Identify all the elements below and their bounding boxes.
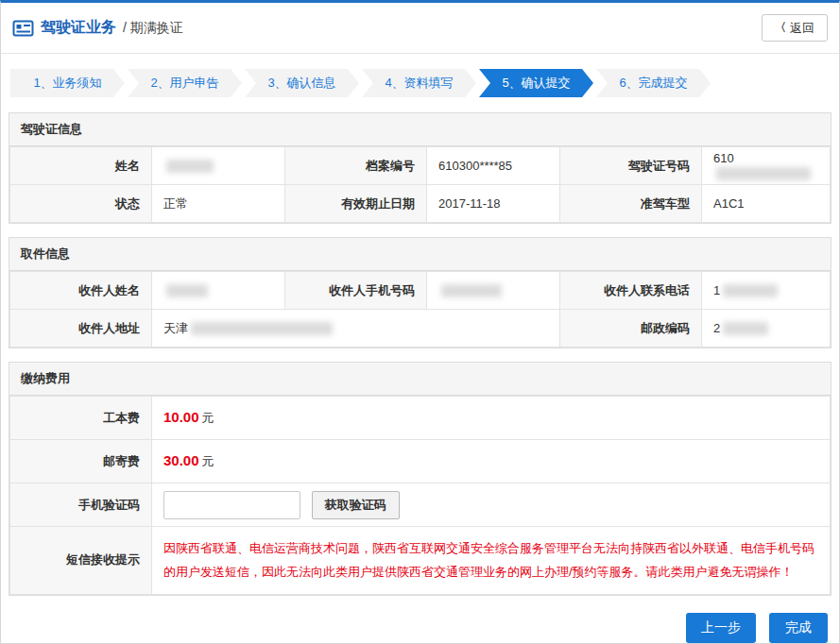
table-row: 短信接收提示 因陕西省联通、电信运营商技术问题，陕西省互联网交通安全综合服务管理…: [10, 527, 831, 595]
get-sms-code-button[interactable]: 获取验证码: [312, 491, 400, 519]
step-tab-1[interactable]: 1、业务须知: [10, 69, 125, 97]
fees-title: 缴纳费用: [9, 363, 831, 396]
address-value: 天津: [152, 310, 560, 347]
postage-fee-label: 邮寄费: [10, 440, 152, 483]
table-row: 手机验证码 获取验证码: [10, 483, 831, 527]
sms-notice-cell: 因陕西省联通、电信运营商技术问题，陕西省互联网交通安全综合服务管理平台无法向持陕…: [152, 527, 831, 595]
sms-code-input[interactable]: [163, 491, 300, 519]
file-number-label: 档案编号: [285, 147, 427, 185]
vehicle-type-label: 准驾车型: [560, 185, 702, 223]
redacted-text: [191, 322, 333, 335]
pickup-info-table: 收件人姓名 收件人手机号码 收件人联系电话 1 收件人地址 天津 邮政编码 2: [9, 271, 831, 347]
back-button[interactable]: 〈 返回: [762, 14, 828, 42]
production-fee-amount: 10.00: [163, 409, 199, 425]
pickup-info-section: 取件信息 收件人姓名 收件人手机号码 收件人联系电话 1 收件人地址 天津 邮政…: [9, 237, 831, 348]
redacted-text: [166, 160, 214, 173]
breadcrumb: 驾驶证业务 / 期满换证: [12, 18, 183, 38]
postage-fee-amount: 30.00: [163, 452, 199, 468]
license-info-table: 姓名 档案编号 610300****85 驾驶证号码 610 状态 正常 有效期…: [9, 146, 831, 223]
postage-fee-value: 30.00元: [152, 440, 831, 483]
step-tab-6[interactable]: 6、完成提交: [596, 69, 711, 97]
production-fee-value: 10.00元: [152, 397, 831, 440]
header: 驾驶证业务 / 期满换证 〈 返回: [1, 3, 839, 54]
step-tab-4[interactable]: 4、资料填写: [362, 69, 476, 97]
back-button-label: 返回: [790, 20, 814, 37]
postcode-label: 邮政编码: [560, 310, 702, 347]
recipient-name-label: 收件人姓名: [10, 272, 152, 310]
postage-fee-unit: 元: [202, 454, 214, 468]
page-title: 驾驶证业务: [41, 18, 116, 38]
expiry-value: 2017-11-18: [427, 185, 560, 223]
file-number-value: 610300****85: [427, 147, 560, 185]
table-row: 工本费 10.00元: [10, 397, 831, 440]
table-row: 状态 正常 有效期止日期 2017-11-18 准驾车型 A1C1: [10, 185, 831, 223]
table-row: 收件人地址 天津 邮政编码 2: [10, 310, 831, 347]
license-card-icon: [12, 20, 34, 37]
redacted-text: [716, 167, 811, 180]
sms-code-cell: 获取验证码: [152, 483, 831, 527]
production-fee-unit: 元: [202, 411, 214, 425]
postcode-value: 2: [702, 310, 831, 347]
status-value: 正常: [152, 185, 285, 223]
table-row: 收件人姓名 收件人手机号码 收件人联系电话 1: [10, 272, 831, 310]
chevron-left-icon: 〈: [775, 20, 786, 36]
license-info-section: 驾驶证信息 姓名 档案编号 610300****85 驾驶证号码 610 状态 …: [9, 112, 831, 224]
address-label: 收件人地址: [10, 310, 152, 347]
name-value: [152, 147, 285, 185]
fees-section: 缴纳费用 工本费 10.00元 邮寄费 30.00元 手机验证码 获取验证码: [9, 362, 831, 596]
step-tab-5-active[interactable]: 5、确认提交: [479, 69, 593, 97]
recipient-phone-label: 收件人联系电话: [560, 272, 702, 310]
recipient-mobile-label: 收件人手机号码: [285, 272, 427, 310]
redacted-text: [166, 284, 208, 297]
step-tab-2[interactable]: 2、用户申告: [128, 69, 242, 97]
sms-notice-text: 因陕西省联通、电信运营商技术问题，陕西省互联网交通安全综合服务管理平台无法向持陕…: [163, 527, 818, 594]
redacted-text: [723, 284, 778, 297]
redacted-text: [441, 284, 502, 297]
finish-button[interactable]: 完成: [769, 613, 828, 643]
sms-code-label: 手机验证码: [10, 483, 152, 527]
recipient-mobile-value: [427, 272, 560, 310]
production-fee-label: 工本费: [10, 397, 152, 440]
action-bar: 上一步 完成: [1, 609, 839, 643]
fees-table: 工本费 10.00元 邮寄费 30.00元 手机验证码 获取验证码 短信接收提: [9, 396, 831, 595]
license-number-label: 驾驶证号码: [560, 147, 702, 185]
previous-step-button[interactable]: 上一步: [686, 613, 756, 643]
name-label: 姓名: [10, 147, 152, 185]
recipient-phone-value: 1: [702, 272, 831, 310]
redacted-text: [723, 322, 768, 335]
license-info-title: 驾驶证信息: [9, 113, 831, 146]
step-tab-3[interactable]: 3、确认信息: [245, 69, 359, 97]
expiry-label: 有效期止日期: [285, 185, 427, 223]
sms-notice-label: 短信接收提示: [10, 527, 152, 595]
status-label: 状态: [10, 185, 152, 223]
table-row: 邮寄费 30.00元: [10, 440, 831, 483]
driver-license-renewal-page: 驾驶证业务 / 期满换证 〈 返回 1、业务须知 2、用户申告 3、确认信息 4…: [0, 0, 840, 644]
recipient-name-value: [152, 272, 285, 310]
pickup-info-title: 取件信息: [9, 238, 831, 271]
page-subtitle: / 期满换证: [123, 20, 183, 37]
license-number-value: 610: [702, 147, 831, 185]
step-nav: 1、业务须知 2、用户申告 3、确认信息 4、资料填写 5、确认提交 6、完成提…: [1, 54, 839, 105]
table-row: 姓名 档案编号 610300****85 驾驶证号码 610: [10, 147, 831, 185]
vehicle-type-value: A1C1: [702, 185, 831, 223]
